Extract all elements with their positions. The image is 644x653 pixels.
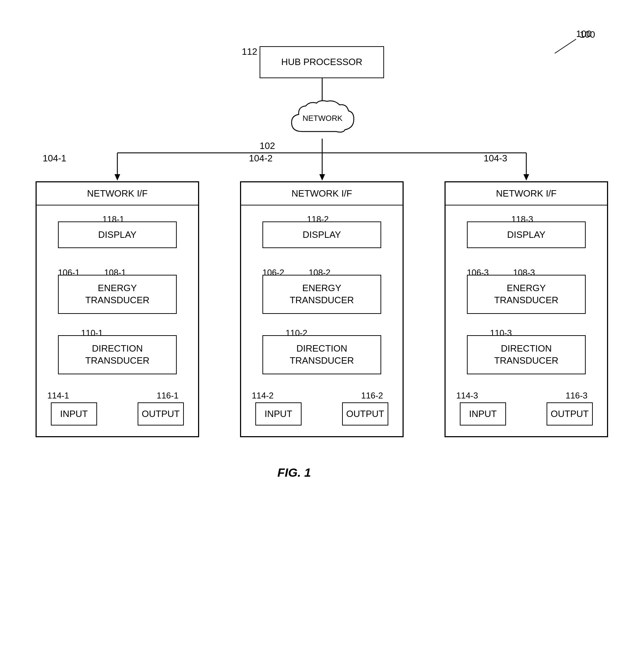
device3-energy-box: ENERGYTRANSDUCER: [467, 275, 586, 314]
ref-106-1: 106-1: [58, 268, 80, 278]
ref-104-3: 104-3: [484, 153, 507, 164]
device-1-container: NETWORK I/F DISPLAY 118-1 ENERGYTRANSDUC…: [36, 181, 199, 437]
ref-110-2: 110-2: [286, 328, 307, 338]
ref-118-2: 118-2: [307, 214, 329, 224]
ref-116-2: 116-2: [361, 391, 383, 401]
svg-marker-6: [319, 174, 325, 181]
fig-caption: FIG. 1: [277, 466, 311, 480]
ref-116-1: 116-1: [157, 391, 179, 401]
svg-marker-4: [115, 174, 120, 181]
ref-114-1: 114-1: [47, 391, 69, 401]
device2-direction-box: DIRECTIONTRANSDUCER: [262, 335, 381, 374]
device1-display-box: DISPLAY: [58, 221, 177, 248]
hub-processor-box: HUB PROCESSOR: [260, 46, 384, 78]
svg-marker-9: [523, 174, 529, 181]
device1-input-box: INPUT: [51, 402, 97, 425]
device2-display-box: DISPLAY: [262, 221, 381, 248]
ref-102: 102: [260, 140, 275, 151]
device1-network-if: NETWORK I/F: [37, 182, 198, 205]
ref-108-3: 108-3: [513, 268, 535, 278]
device-2-container: NETWORK I/F DISPLAY 118-2 ENERGYTRANSDUC…: [240, 181, 404, 437]
svg-text:NETWORK: NETWORK: [303, 114, 343, 123]
network-cloud: NETWORK: [288, 100, 357, 140]
device1-direction-box: DIRECTIONTRANSDUCER: [58, 335, 177, 374]
device1-energy-box: ENERGYTRANSDUCER: [58, 275, 177, 314]
ref-100-label: 100: [580, 29, 595, 40]
ref-106-2: 106-2: [262, 268, 284, 278]
ref-118-1: 118-1: [102, 214, 124, 224]
ref-110-3: 110-3: [490, 328, 512, 338]
ref-114-3: 114-3: [456, 391, 478, 401]
ref-110-1: 110-1: [81, 328, 103, 338]
ref-108-2: 108-2: [309, 268, 330, 278]
diagram: 100 HUB PROCESSOR 112 NETWORK 102 104-1 …: [0, 0, 644, 653]
device2-energy-box: ENERGYTRANSDUCER: [262, 275, 381, 314]
device2-network-if: NETWORK I/F: [241, 182, 403, 205]
device3-input-box: INPUT: [460, 402, 506, 425]
ref-106-3: 106-3: [467, 268, 489, 278]
svg-line-34: [555, 39, 576, 53]
ref-104-1: 104-1: [43, 153, 66, 164]
device-3-container: NETWORK I/F DISPLAY 118-3 ENERGYTRANSDUC…: [445, 181, 608, 437]
device3-output-box: OUTPUT: [547, 402, 593, 425]
device3-network-if: NETWORK I/F: [446, 182, 607, 205]
device3-display-box: DISPLAY: [467, 221, 586, 248]
ref-114-2: 114-2: [252, 391, 273, 401]
ref-118-3: 118-3: [511, 214, 533, 224]
device2-input-box: INPUT: [255, 402, 302, 425]
device1-output-box: OUTPUT: [138, 402, 184, 425]
ref-112: 112: [242, 46, 257, 57]
ref-108-1: 108-1: [104, 268, 126, 278]
ref-104-2: 104-2: [249, 153, 273, 164]
ref-116-3: 116-3: [566, 391, 587, 401]
device3-direction-box: DIRECTIONTRANSDUCER: [467, 335, 586, 374]
device2-output-box: OUTPUT: [342, 402, 388, 425]
